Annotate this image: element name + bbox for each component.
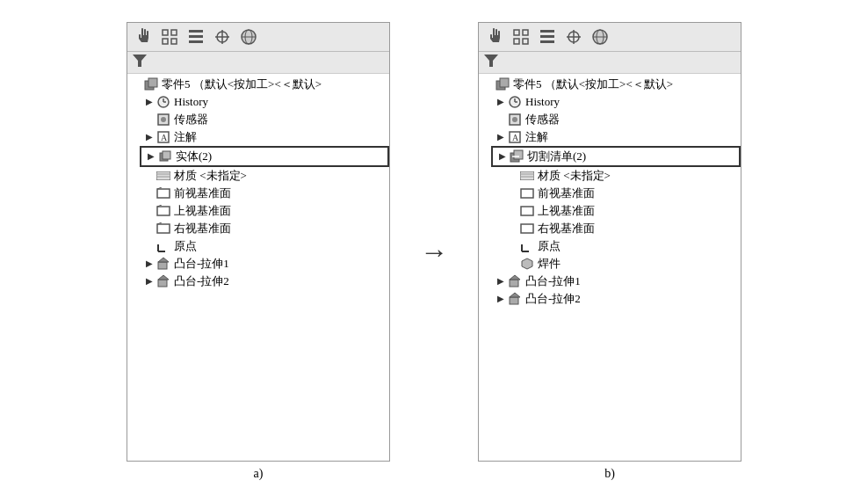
svg-rect-37: [158, 262, 167, 269]
left-root-item[interactable]: 零件5 （默认<按加工><＜默认>: [127, 76, 389, 93]
svg-rect-4: [189, 30, 203, 33]
svg-rect-15: [148, 78, 157, 87]
svg-rect-0: [163, 30, 168, 35]
crosshair-icon-right[interactable]: [563, 26, 584, 47]
material-icon-right: [519, 168, 535, 184]
left-boss1-label: 凸台-拉伸1: [174, 256, 229, 272]
left-origin-label: 原点: [174, 238, 197, 254]
grid-icon-right[interactable]: [510, 26, 532, 47]
svg-rect-45: [540, 30, 554, 33]
right-right-label: 右视基准面: [538, 221, 595, 236]
svg-rect-78: [510, 297, 518, 304]
left-annotation-item[interactable]: ▶ A 注解: [140, 128, 389, 146]
left-panel: 零件5 （默认<按加工><＜默认> ▶ History 传感器: [127, 22, 390, 462]
left-top-item[interactable]: 上视基准面: [140, 202, 389, 220]
hand-icon-right[interactable]: [484, 26, 505, 47]
svg-rect-3: [171, 39, 177, 44]
left-origin-item[interactable]: 原点: [140, 237, 389, 255]
part-icon-left: [143, 76, 159, 92]
svg-point-61: [512, 117, 517, 122]
right-history-item[interactable]: ▶ History: [491, 93, 741, 111]
right-right-item[interactable]: 右视基准面: [503, 220, 741, 237]
svg-rect-76: [510, 280, 518, 287]
right-boss2-item[interactable]: ▶ 凸台-拉伸2: [491, 290, 741, 308]
boss1-icon-right: [507, 273, 523, 289]
part-icon-right: [495, 76, 510, 92]
left-material-item[interactable]: 材质 <未指定>: [140, 167, 389, 185]
left-front-item[interactable]: 前视基准面: [140, 185, 389, 202]
right-plane-icon-right: [519, 221, 535, 236]
left-boss2-item[interactable]: ▶ 凸台-拉伸2: [140, 273, 389, 290]
material-icon-left: [156, 168, 171, 184]
right-root-item[interactable]: 零件5 （默认<按加工><＜默认>: [479, 76, 741, 93]
boss2-icon-left: [156, 273, 171, 289]
svg-rect-43: [514, 39, 519, 44]
left-material-label: 材质 <未指定>: [174, 168, 247, 184]
right-plane-icon-left: [156, 221, 171, 236]
right-boss1-item[interactable]: ▶ 凸台-拉伸1: [491, 273, 741, 290]
svg-marker-38: [158, 258, 169, 262]
left-sensor-label: 传感器: [174, 112, 208, 127]
right-front-item[interactable]: 前视基准面: [503, 185, 741, 202]
crosshair-icon-left[interactable]: [212, 26, 233, 47]
svg-marker-79: [510, 293, 520, 297]
right-material-item[interactable]: 材质 <未指定>: [503, 167, 741, 185]
right-panel: 零件5 （默认<按加工><＜默认> ▶ History 传感器: [478, 22, 741, 462]
left-top-label: 上视基准面: [174, 203, 231, 219]
right-panel-wrapper: 零件5 （默认<按加工><＜默认> ▶ History 传感器: [478, 22, 741, 481]
globe-icon-left[interactable]: [238, 26, 259, 47]
right-weld-label: 焊件: [538, 256, 561, 272]
hand-icon-left[interactable]: [133, 26, 154, 47]
boss1-icon-left: [156, 256, 171, 272]
direction-arrow: →: [420, 237, 448, 266]
history-icon-right: [507, 94, 523, 110]
right-top-label: 上视基准面: [538, 203, 595, 219]
svg-rect-67: [520, 171, 534, 180]
left-right-item[interactable]: 右视基准面: [140, 220, 389, 237]
svg-rect-2: [163, 39, 168, 44]
boss1-expander-right: ▶: [495, 276, 507, 286]
left-right-label: 右视基准面: [174, 221, 231, 236]
right-annotation-item[interactable]: ▶ A 注解: [491, 128, 741, 146]
solid-icon-left: [157, 149, 173, 164]
list-icon-right[interactable]: [537, 26, 558, 47]
right-cut-item[interactable]: ▶ 切割清单(2): [491, 146, 741, 167]
right-tree: 零件5 （默认<按加工><＜默认> ▶ History 传感器: [479, 74, 741, 461]
annotation-icon-left: A: [156, 129, 171, 145]
left-sensor-item[interactable]: 传感器: [140, 111, 389, 128]
left-history-label: History: [174, 95, 208, 109]
right-origin-item[interactable]: 原点: [503, 237, 741, 255]
left-history-item[interactable]: ▶ History: [140, 93, 389, 111]
weld-icon-right: [519, 256, 535, 272]
annotation-icon-right: A: [507, 129, 523, 145]
history-expander-left: ▶: [143, 97, 156, 106]
svg-rect-25: [156, 171, 170, 180]
filter-icon-left: [133, 55, 147, 70]
svg-rect-41: [514, 30, 519, 35]
right-sensor-item[interactable]: 传感器: [491, 111, 741, 128]
right-weld-item[interactable]: 焊件: [503, 255, 741, 273]
left-solid-item[interactable]: ▶ 实体(2): [140, 146, 389, 167]
svg-rect-28: [157, 189, 170, 198]
svg-rect-56: [500, 78, 509, 87]
globe-icon-right[interactable]: [590, 26, 611, 47]
grid-icon-left[interactable]: [159, 26, 180, 47]
svg-marker-75: [522, 258, 532, 269]
left-panel-wrapper: 零件5 （默认<按加工><＜默认> ▶ History 传感器: [127, 22, 390, 481]
right-top-item[interactable]: 上视基准面: [503, 202, 741, 220]
left-solid-label: 实体(2): [176, 149, 212, 164]
left-annotation-label: 注解: [174, 129, 197, 145]
left-toolbar: [127, 23, 389, 52]
svg-rect-33: [157, 224, 170, 233]
history-expander-right: ▶: [495, 97, 507, 106]
svg-marker-40: [158, 275, 169, 280]
svg-marker-13: [133, 55, 147, 67]
boss1-expander-left: ▶: [143, 258, 156, 268]
left-boss2-label: 凸台-拉伸2: [174, 273, 229, 289]
sensor-icon-left: [156, 112, 171, 127]
list-icon-left[interactable]: [185, 26, 206, 47]
right-annotation-label: 注解: [525, 129, 548, 145]
left-boss1-item[interactable]: ▶ 凸台-拉伸1: [140, 255, 389, 273]
right-boss1-label: 凸台-拉伸1: [525, 273, 581, 289]
svg-rect-6: [189, 40, 203, 43]
